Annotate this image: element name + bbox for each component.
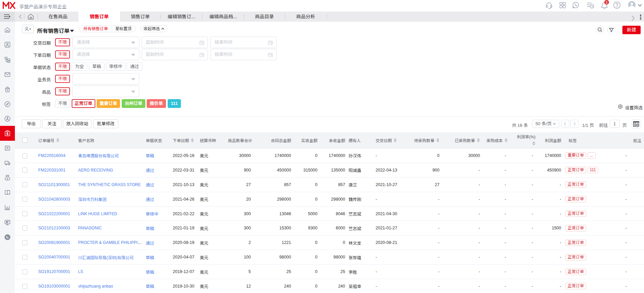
svg-text:1: 1 [605, 0, 607, 4]
